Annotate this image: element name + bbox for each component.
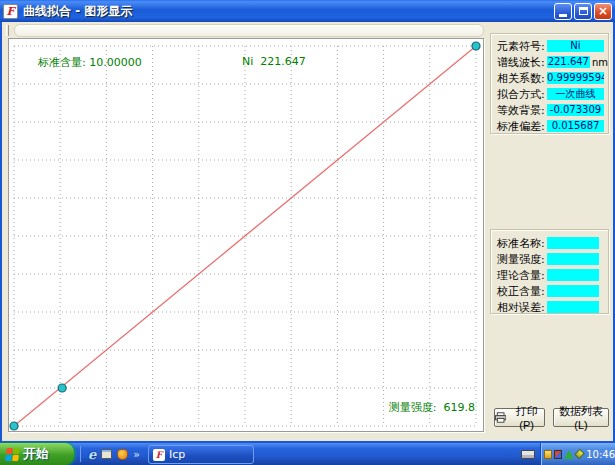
app-icon: F [3,4,18,19]
task-button-label: Icp [169,448,185,461]
field-row-standard-name: 标准名称: [497,235,608,251]
correlation-field: 0.99999594 [547,72,604,84]
show-desktop-icon[interactable] [101,449,112,459]
field-label: 相关系数: [497,71,545,86]
y-axis-max-label: 标准含量: 10.00000 [17,42,142,83]
field-row-relative-error: 相对误差: [497,299,608,315]
element-symbol-field: Ni [547,40,604,52]
printer-icon [495,412,506,423]
background-field: -0.073309 [547,104,604,116]
start-button-label: 开始 [23,445,49,463]
keyboard-language-icon[interactable] [521,450,535,459]
field-label: 理论含量: [497,268,545,283]
desktop-screen: F 曲线拟合 - 图形显示 × 标准含量: 10.00000 Ni 221.64… [0,0,615,465]
minimize-icon [559,14,567,17]
field-label: 等效背景: [497,103,545,118]
data-list-button-label: 数据列表(L) [554,404,608,431]
tray-icon[interactable] [574,449,585,460]
standard-name-field [547,237,599,249]
field-row-theoretical-content: 理论含量: [497,267,608,283]
field-row-measured-intensity: 测量强度: [497,251,608,267]
field-row-wavelength: 谱线波长: 221.647 nm [497,54,608,70]
print-button[interactable]: 打印(P) [494,408,545,427]
corrected-content-field [547,285,599,297]
window-title: 曲线拟合 - 图形显示 [23,3,132,20]
field-label: 测量强度: [497,252,545,267]
internet-explorer-icon[interactable]: e [88,447,96,462]
taskbar-separator [80,446,81,462]
tray-icon[interactable] [564,450,574,459]
field-label: 标准偏差: [497,119,545,134]
field-row-std-deviation: 标准偏差: 0.015687 [497,118,608,134]
x-axis-max-label: 测量强度: 619.8 [368,387,475,428]
fit-info-group: 元素符号: Ni 谱线波长: 221.647 nm 相关系数: 0.999995… [490,33,609,134]
wavelength-field: 221.647 [547,56,590,68]
data-point [58,384,66,392]
field-label: 校正含量: [497,284,545,299]
series-label: Ni 221.647 [221,42,306,81]
theoretical-content-field [547,269,599,281]
measured-intensity-field [547,253,599,265]
field-row-corrected-content: 校正含量: [497,283,608,299]
window-titlebar[interactable]: F 曲线拟合 - 图形显示 × [0,0,615,22]
windows-flag-icon [5,448,20,461]
restore-icon [579,7,588,15]
field-label: 元素符号: [497,39,545,54]
minimize-button[interactable] [554,3,572,20]
start-button[interactable]: 开始 [0,443,74,465]
close-button[interactable]: × [594,3,612,20]
toolbar-inset [14,24,484,37]
wavelength-unit: nm [592,57,608,68]
taskbar: 开始 e » F Icp 10:46 [0,443,615,465]
std-deviation-field: 0.015687 [547,120,604,132]
field-row-fit-mode: 拟合方式: 一次曲线 [497,86,608,102]
calibration-chart [14,46,476,426]
relative-error-field [547,301,599,313]
field-row-correlation: 相关系数: 0.99999594 [497,70,608,86]
icp-app-icon: F [153,449,165,461]
quick-launch-icon[interactable] [117,449,128,460]
field-label: 谱线波长: [497,55,545,70]
quick-launch-overflow-chevron[interactable]: » [133,448,140,461]
data-point [472,42,480,50]
system-tray: 10:46 [540,443,615,465]
field-label: 相对误差: [497,300,545,315]
data-point [10,422,18,430]
taskbar-task-icp[interactable]: F Icp [148,445,254,464]
sample-info-group: 标准名称: 测量强度: 理论含量: 校正含量: 相对误差: [490,229,609,314]
tray-icon[interactable] [544,450,552,459]
calibration-chart-panel: 标准含量: 10.00000 Ni 221.647 测量强度: 619.8 [8,38,484,432]
field-label: 标准名称: [497,236,545,251]
field-label: 拟合方式: [497,87,545,102]
taskbar-clock[interactable]: 10:46 [586,449,615,460]
field-row-background: 等效背景: -0.073309 [497,102,608,118]
restore-button[interactable] [574,3,592,20]
tray-icon[interactable] [554,450,562,459]
print-button-label: 打印(P) [509,404,544,431]
field-row-element-symbol: 元素符号: Ni [497,38,608,54]
close-icon: × [598,5,608,17]
data-list-button[interactable]: 数据列表(L) [553,408,609,427]
toolbar-gripper[interactable] [6,25,9,36]
fit-mode-field: 一次曲线 [547,88,604,100]
toolbar [4,24,484,37]
quick-launch-bar: e » [80,445,140,463]
